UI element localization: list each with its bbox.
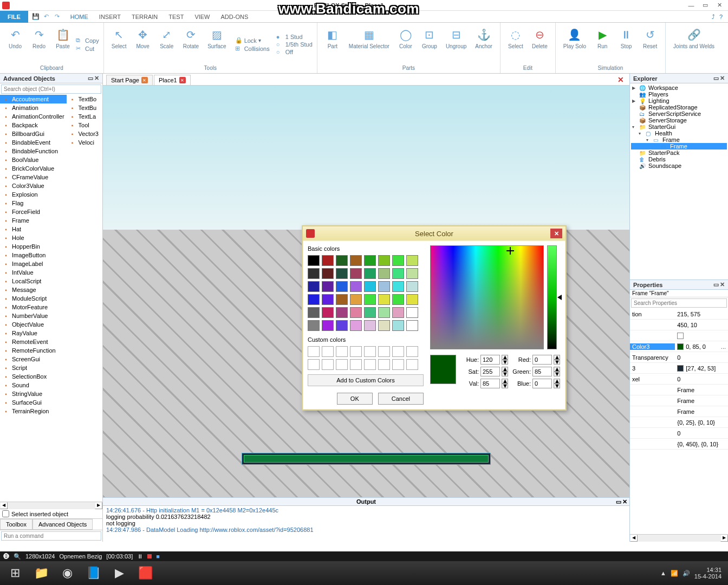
property-row[interactable]: 0 — [630, 428, 728, 439]
toolbox-tab[interactable]: Toolbox — [0, 519, 32, 530]
panel-close-icon[interactable]: ✕ — [94, 75, 99, 82]
lock-toggle[interactable]: 🔒Lock ▾ — [235, 37, 270, 44]
custom-color-slot[interactable] — [364, 359, 376, 370]
object-item[interactable]: ▪Flag — [0, 199, 67, 207]
basic-color-swatch[interactable] — [322, 255, 334, 266]
snap-1stud[interactable]: ●1 Stud — [276, 34, 313, 40]
panel-float-icon[interactable]: ▭ — [713, 75, 719, 82]
sat-input[interactable]: 255 — [480, 367, 500, 376]
custom-color-slot[interactable] — [308, 359, 320, 370]
tab-test[interactable]: TEST — [163, 12, 189, 22]
undo-button[interactable]: ↶Undo — [4, 25, 26, 64]
object-item[interactable]: ▪Sound — [0, 381, 67, 389]
blue-spinner[interactable]: ▲▼ — [554, 379, 560, 388]
custom-color-slot[interactable] — [378, 346, 390, 357]
object-item[interactable]: ▪TextBo — [67, 95, 102, 103]
basic-color-swatch[interactable] — [364, 255, 376, 266]
custom-color-slot[interactable] — [392, 359, 404, 370]
basic-color-swatch[interactable] — [406, 294, 418, 305]
panel-close-icon[interactable]: ✕ — [720, 281, 725, 288]
edit-delete-button[interactable]: ⊖Delete — [529, 25, 551, 64]
val-input[interactable]: 85 — [480, 379, 500, 388]
tree-item[interactable]: 📦ServerStorage — [631, 117, 727, 123]
basic-color-swatch[interactable] — [364, 307, 376, 318]
tree-item[interactable]: 📦ReplicatedStorage — [631, 104, 727, 110]
basic-color-swatch[interactable] — [308, 255, 320, 266]
basic-color-swatch[interactable] — [322, 307, 334, 318]
basic-color-swatch[interactable] — [392, 294, 404, 305]
green-spinner[interactable]: ▲▼ — [554, 367, 560, 376]
object-item[interactable]: ▪Accoutrement — [0, 95, 67, 103]
custom-color-slot[interactable] — [406, 346, 418, 357]
command-input[interactable] — [1, 531, 101, 541]
property-row[interactable]: Color30, 85, 0... — [630, 341, 728, 352]
basic-color-swatch[interactable] — [406, 255, 418, 266]
color-gradient[interactable] — [430, 245, 544, 349]
basic-color-swatch[interactable] — [336, 255, 348, 266]
object-item[interactable]: ▪BindableFunction — [0, 147, 67, 155]
basic-color-swatch[interactable] — [392, 307, 404, 318]
object-item[interactable]: ▪HopperBin — [0, 242, 67, 251]
taskbar[interactable]: ⊞ 📁 ◉ 📘 ▶ 🟥 ▲ 📶 🔊 14:3115-4-2014 — [0, 561, 728, 585]
undo-icon[interactable]: ↶ — [42, 12, 51, 21]
basic-color-swatch[interactable] — [406, 320, 418, 331]
hue-input[interactable]: 120 — [480, 355, 500, 365]
chrome-icon[interactable]: ◉ — [54, 563, 80, 583]
object-item[interactable]: ▪ImageLabel — [0, 259, 67, 268]
media-player-icon[interactable]: ▶ — [106, 563, 132, 583]
tab-view[interactable]: VIEW — [189, 12, 215, 22]
panel-float-icon[interactable]: ▭ — [88, 75, 93, 82]
explorer-tree[interactable]: ▶🌐Workspace👥Players▶💡Lighting📦Replicated… — [630, 83, 728, 280]
property-row[interactable]: {0, 25}, {0, 10} — [630, 417, 728, 428]
basic-color-swatch[interactable] — [378, 281, 390, 292]
reset-button[interactable]: ↺Reset — [639, 25, 661, 64]
object-item[interactable]: ▪BillboardGui — [0, 129, 67, 138]
object-item[interactable]: ▪CFrameValue — [0, 173, 67, 181]
tab-addons[interactable]: ADD-ONS — [216, 12, 254, 22]
basic-color-swatch[interactable] — [350, 255, 362, 266]
val-spinner[interactable]: ▲▼ — [502, 379, 508, 388]
tree-item[interactable]: ▭Frame — [631, 143, 727, 150]
recorder-stop-icon[interactable]: ■ — [156, 553, 160, 560]
object-item[interactable]: ▪Hole — [0, 233, 67, 242]
scale-tool[interactable]: ⤢Scale — [156, 25, 178, 64]
object-item[interactable]: ▪SelectionBox — [0, 372, 67, 381]
tree-item[interactable]: 🔊Soundscape — [631, 162, 727, 169]
joints-button[interactable]: 🔗Joints and Welds — [670, 25, 718, 70]
red-input[interactable]: 0 — [532, 355, 552, 365]
copy-button[interactable]: ⧉Copy — [76, 37, 99, 44]
basic-color-swatch[interactable] — [350, 320, 362, 331]
doctab-startpage[interactable]: Start Page✕ — [106, 75, 153, 85]
minimize-button[interactable]: — — [685, 1, 698, 10]
basic-color-swatch[interactable] — [322, 281, 334, 292]
doctab-place1[interactable]: Place1✕ — [154, 75, 191, 85]
object-item[interactable]: ▪Script — [0, 363, 67, 372]
object-item[interactable]: ▪ObjectValue — [0, 320, 67, 329]
custom-color-slot[interactable] — [350, 359, 362, 370]
basic-colors-grid[interactable] — [308, 255, 424, 331]
dialog-close-button[interactable]: ✕ — [550, 229, 562, 238]
basic-color-swatch[interactable] — [350, 268, 362, 279]
basic-color-swatch[interactable] — [308, 281, 320, 292]
advanced-objects-tab[interactable]: Advanced Objects — [32, 519, 93, 530]
object-item[interactable]: ▪AnimationController — [0, 112, 67, 121]
tray-sound-icon[interactable]: 🔊 — [682, 570, 690, 577]
upload-icon[interactable]: ⤴ — [712, 14, 715, 20]
object-item[interactable]: ▪Explosion — [0, 190, 67, 199]
tree-item[interactable]: ▶💡Lighting — [631, 98, 727, 104]
part-button[interactable]: ◧Part — [322, 25, 343, 64]
hue-spinner[interactable]: ▲▼ — [502, 355, 508, 365]
run-button[interactable]: ▶Run — [592, 25, 613, 64]
basic-color-swatch[interactable] — [392, 268, 404, 279]
object-item[interactable]: ▪Animation — [0, 103, 67, 112]
property-row[interactable]: xel0 — [630, 374, 728, 385]
basic-color-swatch[interactable] — [322, 320, 334, 331]
object-item[interactable]: ▪Tool — [67, 121, 102, 129]
basic-color-swatch[interactable] — [336, 268, 348, 279]
word-icon[interactable]: 📘 — [80, 563, 106, 583]
cut-button[interactable]: ✂Cut — [76, 45, 99, 52]
basic-color-swatch[interactable] — [364, 281, 376, 292]
custom-color-slot[interactable] — [406, 359, 418, 370]
custom-colors-grid[interactable] — [308, 346, 424, 370]
ungroup-button[interactable]: ⊟Ungroup — [443, 25, 470, 64]
